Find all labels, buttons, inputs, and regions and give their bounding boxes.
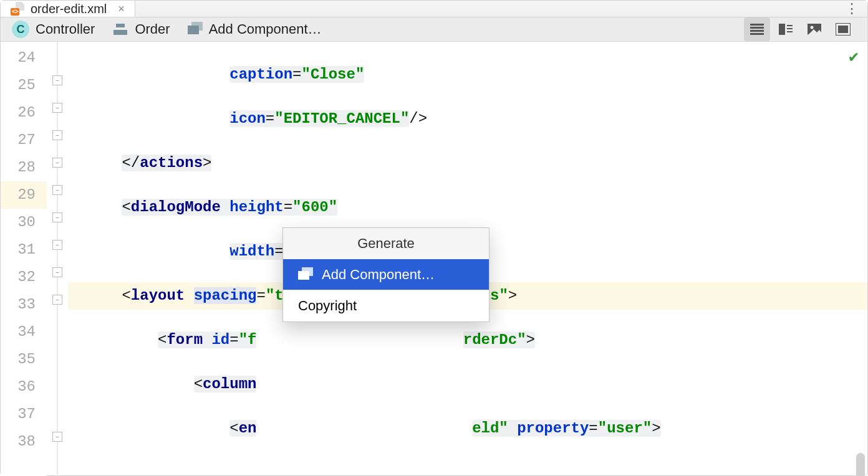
component-icon <box>298 267 313 282</box>
line-number[interactable]: 27 <box>1 126 47 154</box>
line-gutter: 24 25 26 27 28 29 30 31 32 33 34 35 36 3… <box>1 42 47 476</box>
tab-filename: order-edit.xml <box>31 2 107 16</box>
component-icon <box>188 22 203 37</box>
line-number[interactable]: 32 <box>1 264 47 291</box>
line-number[interactable]: 35 <box>1 346 47 373</box>
fold-toggle[interactable]: – <box>52 185 62 195</box>
line-number[interactable]: 29 <box>1 181 47 209</box>
tab-bar: order-edit.xml × ⋮ <box>1 1 867 17</box>
kebab-menu-icon[interactable]: ⋮ <box>837 1 867 17</box>
entity-icon <box>112 21 128 37</box>
code-line[interactable]: <en eld" property="user"> <box>68 415 867 442</box>
svg-rect-7 <box>787 31 793 32</box>
svg-point-9 <box>811 26 814 29</box>
line-number[interactable]: 37 <box>1 401 47 428</box>
fold-toggle[interactable]: – <box>52 240 62 250</box>
fold-toggle[interactable]: – <box>52 158 62 168</box>
view-mode-buttons <box>744 17 856 41</box>
close-tab-icon[interactable]: × <box>118 2 125 16</box>
svg-rect-3 <box>750 33 764 35</box>
code-line[interactable]: <dialogMode height="600" <box>68 194 867 221</box>
line-number[interactable]: 34 <box>1 318 47 346</box>
popup-add-component[interactable]: Add Component… <box>283 259 489 290</box>
view-design-button[interactable] <box>830 17 856 41</box>
svg-rect-0 <box>750 24 764 26</box>
add-component-label: Add Component… <box>209 21 322 37</box>
line-number[interactable]: 36 <box>1 373 47 401</box>
svg-rect-5 <box>787 25 793 26</box>
generate-popup: Generate Add Component… Copyright <box>282 227 489 322</box>
code-line[interactable] <box>68 459 867 476</box>
controller-label: Controller <box>36 21 95 37</box>
svg-rect-4 <box>779 24 785 35</box>
line-number[interactable]: 25 <box>1 72 47 99</box>
svg-rect-1 <box>750 27 764 29</box>
line-number[interactable]: 24 <box>1 44 47 72</box>
fold-toggle[interactable]: – <box>52 432 62 442</box>
scrollbar-thumb[interactable] <box>856 453 865 476</box>
code-line[interactable]: caption="Close" <box>68 61 867 88</box>
fold-toggle[interactable]: – <box>52 212 62 222</box>
code-line[interactable]: <form id="f rderDc"> <box>68 326 867 354</box>
svg-rect-2 <box>750 30 764 32</box>
view-preview-button[interactable] <box>801 17 827 41</box>
fold-toggle[interactable]: – <box>52 130 62 140</box>
code-line[interactable]: <column <box>68 371 867 398</box>
line-number[interactable]: 30 <box>1 209 47 236</box>
line-number[interactable]: 28 <box>1 154 47 181</box>
popup-copyright[interactable]: Copyright <box>283 290 489 321</box>
fold-column: – – – – – – – – – – <box>47 42 68 476</box>
line-number[interactable]: 31 <box>1 236 47 264</box>
xml-file-icon <box>11 2 24 16</box>
view-text-button[interactable] <box>744 17 770 41</box>
controller-icon: C <box>12 21 29 38</box>
code-line[interactable]: icon="EDITOR_CANCEL"/> <box>68 105 867 133</box>
fold-toggle[interactable]: – <box>52 103 62 113</box>
order-label: Order <box>135 21 170 37</box>
line-number[interactable]: 33 <box>1 291 47 318</box>
order-crumb[interactable]: Order <box>112 21 170 37</box>
svg-rect-12 <box>838 26 848 33</box>
popup-title: Generate <box>283 228 489 259</box>
view-split-button[interactable] <box>773 17 799 41</box>
fold-toggle[interactable]: – <box>52 75 62 85</box>
line-number[interactable]: 38 <box>1 428 47 455</box>
editor-tab[interactable]: order-edit.xml × <box>1 1 135 17</box>
fold-toggle[interactable]: – <box>52 267 62 277</box>
add-component-crumb[interactable]: Add Component… <box>188 21 322 37</box>
breadcrumb-toolbar: C Controller Order Add Component… <box>1 17 867 42</box>
code-line[interactable]: </actions> <box>68 150 867 177</box>
line-number[interactable]: 26 <box>1 99 47 126</box>
svg-rect-6 <box>787 28 793 29</box>
controller-crumb[interactable]: C Controller <box>12 21 95 38</box>
fold-toggle[interactable]: – <box>52 295 62 305</box>
